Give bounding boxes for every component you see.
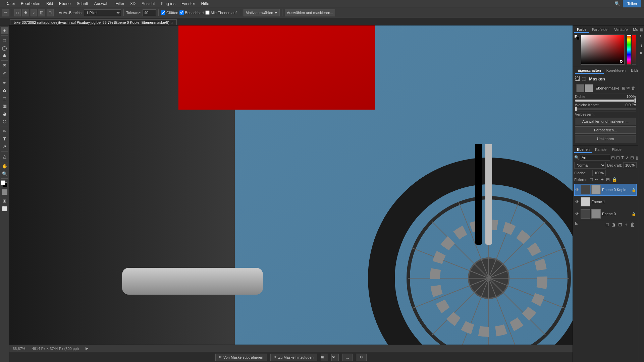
layer-eye-1[interactable]: 👁 (575, 199, 579, 204)
tool-shape[interactable]: △ (1, 153, 8, 160)
tool-text[interactable]: T (1, 135, 8, 142)
layer-item-ebene0-kopie[interactable]: 👁 Ebene 0 Kopie 🔒 (574, 184, 637, 196)
color-gradient[interactable] (581, 35, 625, 65)
lock-artboard-btn[interactable]: ⊞ (606, 177, 610, 182)
tool-mode-rect[interactable]: □ (14, 9, 21, 16)
mask-settings-btn[interactable]: ⚙ (356, 354, 367, 361)
blend-mode-select[interactable]: Normal Multiplizieren Aufhellen (574, 162, 606, 169)
alle-ebenen-checkbox[interactable] (205, 10, 210, 15)
menu-ebene[interactable]: Ebene (56, 1, 73, 7)
image-icon[interactable]: 🖼 (575, 76, 580, 82)
tool-extra-2[interactable]: ⬜ (1, 205, 8, 212)
lock-pixels-btn[interactable]: ✒ (594, 177, 599, 182)
umkehren-button[interactable]: Umkehren (575, 135, 636, 142)
tool-pen[interactable]: ✏ (1, 127, 8, 135)
farbbereich-button[interactable]: Farbbereich... (575, 126, 636, 134)
right-action-icon[interactable]: ▶ (639, 50, 644, 55)
vector-icon[interactable]: ⬡ (582, 76, 586, 82)
layers-new-adjustment-btn[interactable]: T (621, 155, 624, 161)
menu-datei[interactable]: Datei (3, 1, 17, 7)
tool-dodge[interactable]: ⬡ (1, 118, 8, 125)
right-info-icon[interactable]: ℹ (639, 43, 644, 49)
tool-mode-quick[interactable]: ◻ (47, 9, 54, 16)
delete-layer-btn[interactable]: 🗑 (629, 222, 636, 228)
mask-visibility-btn[interactable]: 👁 (331, 354, 339, 361)
tab-bibliotheken[interactable]: Bibliotheken (628, 68, 638, 74)
lock-transparent-btn[interactable]: □ (590, 177, 593, 182)
layers-more-btn[interactable]: ⊞ (630, 155, 634, 161)
tab-kanaele[interactable]: Kanäle (592, 147, 609, 153)
mode-select[interactable]: 1 Pixel Festes Verhältnis Feste Größe (84, 9, 121, 16)
masken-label[interactable]: Masken (589, 76, 605, 81)
tool-mode-lasso[interactable]: ○ (31, 9, 37, 16)
glatten-checkbox[interactable] (161, 10, 165, 15)
mask-visibility-icon[interactable]: 👁 (626, 86, 630, 90)
menu-filter[interactable]: Filter (113, 1, 127, 7)
dichte-handle[interactable] (634, 98, 636, 103)
menu-3d[interactable]: 3D (128, 1, 138, 7)
tool-clone[interactable]: ✿ (1, 87, 8, 94)
tab-verlaeufe[interactable]: Verläufe (611, 27, 630, 33)
lock-all-btn[interactable]: 🔒 (611, 177, 618, 182)
tab-close-button[interactable]: × (171, 21, 173, 24)
add-adjustment-footer-btn[interactable]: ◑ (610, 222, 616, 228)
tool-eraser[interactable]: ◻ (1, 95, 8, 102)
mask-link-icon[interactable]: ⊞ (622, 86, 625, 90)
layer-eye-0[interactable]: 👁 (575, 212, 579, 216)
mask-delete-icon[interactable]: 🗑 (631, 86, 635, 90)
alpha-slider[interactable] (632, 35, 636, 65)
flache-input[interactable] (592, 170, 606, 176)
layer-item-ebene0[interactable]: 👁 Ebene 0 🔒 (574, 208, 637, 220)
mask-mode-btn[interactable]: ⊞ (321, 354, 328, 361)
layers-filter-kind-btn[interactable]: ⊞ (611, 155, 615, 161)
auswaehlen-maskieren-button[interactable]: Auswählen und maskieren... (285, 9, 335, 16)
auswaehlen-maskieren-prop-button[interactable]: Auswählen und maskieren... (575, 118, 636, 125)
quick-mask-btn[interactable] (2, 189, 7, 195)
status-arrow[interactable]: ▶ (86, 346, 88, 351)
tool-extra-1[interactable]: ⊞ (1, 197, 8, 204)
mask-more-btn[interactable]: ... (342, 354, 353, 361)
tool-blur[interactable]: ◕ (1, 110, 8, 117)
deckraft-input[interactable] (623, 162, 637, 168)
document-tab[interactable]: bike-3073082 nattapol deejitwasin auf Pi… (10, 19, 177, 25)
foreground-swatch[interactable] (1, 180, 5, 185)
layers-trash-btn[interactable]: 🗑 (635, 155, 638, 161)
menu-plugins[interactable]: Plug-ins (158, 1, 178, 7)
menu-auswahl[interactable]: Auswahl (92, 1, 112, 7)
menu-bild[interactable]: Bild (44, 1, 56, 7)
layers-new-group-btn[interactable]: ⊡ (616, 155, 620, 161)
dichte-slider[interactable] (575, 100, 636, 102)
bg-color-swatch[interactable] (576, 37, 580, 40)
layer-item-ebene1[interactable]: 👁 Ebene 1 (574, 196, 637, 208)
add-group-footer-btn[interactable]: ⊡ (617, 222, 623, 228)
tool-eyedropper[interactable]: ✐ (1, 69, 8, 77)
layers-filter-on-btn[interactable]: ↗ (625, 155, 629, 161)
layers-search-input[interactable] (580, 155, 610, 161)
subtract-mask-button[interactable]: ✏ Von Maske subtrahieren (215, 354, 267, 361)
tool-crop[interactable]: ⊡ (1, 62, 8, 69)
menu-hilfe[interactable]: Hilfe (199, 1, 212, 7)
add-mask-footer-btn[interactable]: □ (605, 222, 609, 228)
lock-position-btn[interactable]: ✦ (600, 177, 604, 182)
tab-muster[interactable]: Muster (630, 27, 638, 33)
tool-mode-brush[interactable]: ⊕ (22, 9, 29, 16)
menu-bearbeiten[interactable]: Bearbeiten (18, 1, 43, 7)
new-layer-btn[interactable]: + (624, 222, 629, 228)
tool-zoom[interactable]: 🔍 (1, 170, 8, 177)
right-history-icon[interactable]: ↻ (639, 34, 644, 39)
menu-schrift[interactable]: Schrift (74, 1, 91, 7)
hue-slider[interactable] (627, 35, 631, 65)
tool-gradient[interactable]: ▦ (1, 102, 8, 110)
tool-select-lasso[interactable]: ◯ (1, 44, 8, 52)
tab-korrekturen[interactable]: Korrekturen (604, 68, 628, 74)
add-mask-button[interactable]: ✒ Zu Maske hinzufügen (270, 354, 317, 361)
tab-ebenen[interactable]: Ebenen (574, 147, 592, 153)
tolerance-input[interactable] (143, 9, 156, 16)
tab-farbfelder[interactable]: Farbfelder (589, 27, 611, 33)
menu-ansicht[interactable]: Ansicht (139, 1, 157, 7)
weiche-kante-slider[interactable] (575, 108, 636, 110)
tab-pfade[interactable]: Pfade (609, 147, 624, 153)
tool-brush[interactable]: ✒ (1, 79, 8, 86)
tab-farbe[interactable]: Farbe (574, 27, 589, 33)
tool-path-select[interactable]: ↗ (1, 143, 8, 150)
